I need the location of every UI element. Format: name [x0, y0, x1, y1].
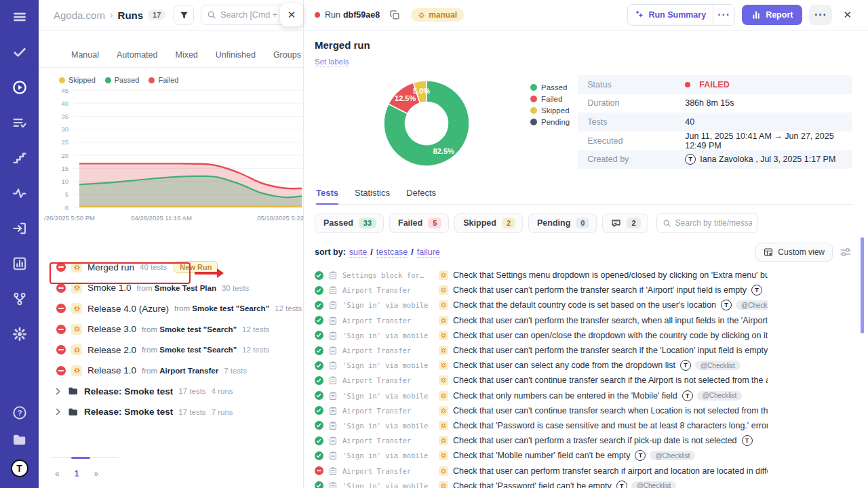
info-label: Duration [578, 98, 685, 108]
test-row[interactable]: 'Sign in' via mobileCheck that 'Password… [315, 418, 768, 433]
pagination-page-1[interactable]: 1 [75, 469, 79, 479]
manual-test-icon [439, 316, 448, 325]
run-summary-more-button[interactable]: ··· [713, 5, 734, 25]
pagination-next[interactable]: » [94, 469, 98, 479]
panel-close-button[interactable]: ✕ [280, 3, 303, 26]
filter-button[interactable] [174, 5, 194, 25]
run-row[interactable]: Release 1.0from Airport Transfer7 tests [39, 361, 303, 382]
test-row[interactable]: 'Sign in' via mobileCheck that user can … [315, 328, 768, 343]
pagination-prev[interactable]: « [55, 469, 60, 479]
svg-text:05/18/2025 5:22: 05/18/2025 5:22 [257, 214, 304, 222]
test-row[interactable]: Airport TransferCheck that user can't pe… [315, 313, 768, 328]
filter-chip-pending[interactable]: Pending0 [528, 214, 597, 233]
run-tests-count: 12 tests [242, 325, 269, 333]
set-labels-link[interactable]: Set labels [315, 58, 349, 66]
legend-label: Passed [115, 76, 140, 84]
runs-tab-mixed[interactable]: Mixed [175, 50, 197, 60]
sidebar-pulse-icon[interactable] [12, 186, 27, 201]
filter-chip-failed[interactable]: Failed5 [389, 214, 449, 233]
runs-tab-unfinished[interactable]: Unfinished [216, 50, 256, 60]
svg-text:5.0%: 5.0% [413, 87, 430, 95]
test-suite-name: 'Sign in' via mobile [342, 482, 432, 488]
sliders-icon[interactable] [840, 246, 852, 258]
chevron-right-icon[interactable] [54, 387, 62, 396]
chevron-right-icon[interactable] [54, 407, 62, 416]
test-suite-name: 'Sign in' via mobile [342, 451, 432, 460]
vertical-scrollbar[interactable] [861, 237, 864, 333]
sidebar-login-icon[interactable] [12, 221, 27, 236]
pagination-controls: « 1 » [55, 469, 303, 479]
detail-tab-defects[interactable]: Defects [406, 188, 436, 204]
sidebar-list-check-icon[interactable] [12, 115, 27, 130]
run-row[interactable]: Release 4.0 (Azure)from Smoke test "Sear… [39, 298, 303, 319]
more-actions-button[interactable]: ··· [809, 5, 832, 25]
test-row[interactable]: 'Sign in' via mobileCheck that 'Mobile n… [315, 448, 768, 463]
test-passed-icon [315, 376, 323, 385]
manual-badge: manual [411, 8, 464, 22]
sidebar-folder-icon[interactable] [12, 432, 27, 447]
svg-text:25: 25 [61, 138, 68, 146]
info-value: FAILED [685, 80, 729, 89]
test-row[interactable]: Airport TransferCheck that user can't pe… [315, 343, 768, 358]
detail-tab-statistics[interactable]: Statistics [355, 188, 390, 204]
sidebar-check-icon[interactable] [12, 45, 27, 60]
detail-close-button[interactable]: ✕ [839, 6, 856, 24]
testcase-icon [328, 300, 338, 310]
sidebar-gear-icon[interactable] [12, 327, 27, 342]
sidebar-help-icon[interactable]: ? [12, 405, 27, 420]
breadcrumb-current: Runs [118, 9, 144, 21]
breadcrumb-project[interactable]: Agoda.com [54, 9, 105, 21]
runs-tab-automated[interactable]: Automated [117, 50, 157, 60]
custom-view-button[interactable]: Custom view [755, 243, 833, 262]
test-row[interactable]: Settings block for…Check that Settings m… [315, 268, 768, 283]
run-summary-button[interactable]: Run Summary [628, 5, 713, 25]
sidebar-chart-box-icon[interactable] [12, 256, 27, 271]
sidebar-branch-icon[interactable] [12, 291, 27, 306]
test-row[interactable]: Airport TransferCheck that user can't pe… [315, 433, 768, 448]
report-button[interactable]: Report [742, 5, 802, 25]
sidebar-menu-icon[interactable] [12, 9, 27, 24]
sidebar-steps-icon[interactable] [12, 150, 27, 165]
test-row[interactable]: Airport TransferCheck that user can't co… [315, 373, 768, 388]
test-row[interactable]: 'Sign in' via mobileCheck that only numb… [315, 388, 768, 403]
test-row[interactable]: 'Sign in' via mobileCheck that 'Password… [315, 479, 768, 488]
runs-tab-groups[interactable]: Groups [273, 50, 301, 60]
info-value: Jun 11, 2025 10:41 AM → Jun 27, 2025 12:… [685, 131, 852, 150]
sort-suite-link[interactable]: suite [349, 247, 367, 258]
run-name: Release 4.0 (Azure) [87, 304, 169, 314]
manual-test-icon [439, 436, 448, 445]
filter-chip-passed[interactable]: Passed33 [315, 214, 384, 233]
test-row[interactable]: Airport TransferCheck that user can't co… [315, 403, 768, 418]
sort-testcase-link[interactable]: testcase [376, 247, 408, 258]
test-row[interactable]: Airport TransferCheck that user can't pe… [315, 283, 768, 298]
test-suite-name: Airport Transfer [342, 286, 432, 294]
creator-text: Iana Zavoloka , Jul 3, 2025 1:17 PM [700, 155, 835, 164]
info-row-duration: Duration386h 8m 15s [578, 94, 852, 113]
manual-test-icon [439, 285, 448, 295]
test-row[interactable]: 'Sign in' via mobileCheck that the defau… [315, 298, 768, 312]
run-failed-status-icon [56, 345, 66, 354]
legend-dot [530, 96, 537, 102]
tests-search-input[interactable] [675, 218, 752, 228]
pagination-thumb[interactable] [71, 457, 90, 459]
comments-chip[interactable]: 2 [602, 214, 648, 233]
run-folder-row[interactable]: Release: Smoke test17 tests7 runs [39, 402, 303, 423]
filter-chip-skipped[interactable]: Skipped2 [454, 214, 523, 233]
run-row[interactable]: Merged run40 testsNew Run [39, 257, 303, 278]
sort-failure-link[interactable]: failure [417, 247, 440, 258]
run-folder-row[interactable]: Release: Smoke test17 tests4 runs [39, 381, 303, 402]
detail-tab-tests[interactable]: Tests [316, 188, 338, 204]
copy-icon[interactable] [387, 7, 403, 23]
runs-tab-manual[interactable]: Manual [71, 50, 99, 60]
test-suite-name: 'Sign in' via mobile [342, 392, 432, 400]
runs-panel-header: Agoda.com › Runs 17 [39, 0, 303, 30]
trend-chart: 051015202530354045/26/2025 5:50 PM04/28/… [44, 87, 303, 230]
test-row[interactable]: Airport TransferCheck that user can perf… [315, 463, 768, 478]
run-row[interactable]: Smoke 1.0from Smoke Test Plan30 tests [39, 278, 303, 299]
run-row[interactable]: Release 3.0from Smoke test "Search"12 te… [39, 319, 303, 340]
user-avatar[interactable]: T [11, 460, 28, 477]
testcase-icon [328, 466, 338, 476]
run-row[interactable]: Release 2.0from Smoke test "Search"12 te… [39, 340, 303, 361]
sidebar-play-circle-icon[interactable] [12, 80, 27, 95]
test-row[interactable]: 'Sign in' via mobileCheck that user can … [315, 358, 768, 373]
